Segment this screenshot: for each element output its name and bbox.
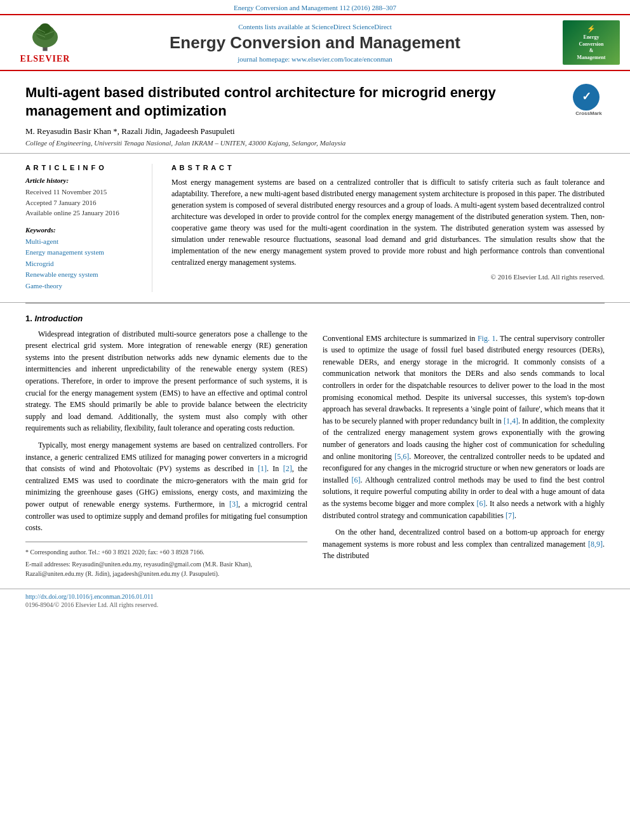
crossmark-badge[interactable]: ✓ CrossMark [573, 84, 605, 116]
keyword-5[interactable]: Game-theory [25, 281, 139, 292]
intro-paragraph-1: Widespread integration of distributed mu… [25, 328, 307, 434]
accepted-date: Accepted 7 January 2016 [25, 197, 139, 208]
elsevier-brand: ELSEVIER [20, 54, 70, 64]
right-column: Conventional EMS architecture is summari… [323, 314, 605, 578]
journal-logo-area: ⚡ EnergyConversion&Management [550, 20, 620, 65]
left-column: 1. Introduction Widespread integration o… [25, 314, 307, 578]
keyword-4[interactable]: Renewable energy system [25, 269, 139, 281]
corresponding-footnote: * Corresponding author. Tel.: +60 3 8921… [25, 547, 307, 557]
author-names: M. Reyasudin Basir Khan *, Razali Jidin,… [25, 126, 235, 136]
section-name: Introduction [34, 314, 83, 323]
journal-reference: Energy Conversion and Management 112 (20… [234, 4, 396, 11]
footnote-area: * Corresponding author. Tel.: +60 3 8921… [25, 542, 307, 578]
received-date: Received 11 November 2015 [25, 187, 139, 197]
journal-header-center: Contents lists available at ScienceDirec… [80, 23, 550, 63]
available-date: Available online 25 January 2016 [25, 208, 139, 218]
intro-paragraph-2: Typically, most energy management system… [25, 439, 307, 534]
doi-footer: http://dx.doi.org/10.1016/j.enconman.201… [0, 589, 630, 611]
doi-url[interactable]: http://dx.doi.org/10.1016/j.enconman.201… [25, 593, 605, 600]
keyword-1[interactable]: Multi-agent [25, 236, 139, 248]
journal-logo-box: ⚡ EnergyConversion&Management [563, 20, 620, 65]
article-info-title: A R T I C L E I N F O [25, 164, 139, 171]
issn-text: 0196-8904/© 2016 Elsevier Ltd. All right… [25, 601, 605, 608]
journal-reference-bar: Energy Conversion and Management 112 (20… [0, 0, 630, 14]
article-title-row: Multi-agent based distributed control ar… [25, 84, 605, 120]
crossmark-label: CrossMark [573, 110, 605, 117]
main-body: 1. Introduction Widespread integration o… [0, 303, 630, 589]
abstract-body: Most energy management systems are based… [171, 177, 605, 268]
article-history-label: Article history: [25, 177, 139, 184]
introduction-heading: 1. Introduction [25, 314, 307, 323]
right-col-para2: On the other hand, decentralized control… [323, 526, 605, 562]
keywords-label: Keywords: [25, 226, 139, 234]
affiliation-line: College of Engineering, Universiti Tenag… [25, 139, 605, 147]
elsevier-logo-area: ELSEVIER [10, 21, 80, 64]
svg-point-3 [39, 23, 51, 34]
article-title-text: Multi-agent based distributed control ar… [25, 84, 566, 120]
abstract-title: A B S T R A C T [171, 164, 605, 171]
sciencedirect-link[interactable]: ScienceDirect [352, 23, 392, 30]
copyright-notice: © 2016 Elsevier Ltd. All rights reserved… [171, 273, 605, 281]
info-abstract-section: A R T I C L E I N F O Article history: R… [0, 154, 630, 302]
article-title-section: Multi-agent based distributed control ar… [0, 71, 630, 154]
journal-homepage: journal homepage: www.elsevier.com/locat… [80, 55, 550, 63]
homepage-url[interactable]: www.elsevier.com/locate/enconman [292, 55, 392, 63]
authors-line: M. Reyasudin Basir Khan *, Razali Jidin,… [25, 126, 605, 137]
article-info-panel: A R T I C L E I N F O Article history: R… [25, 164, 152, 291]
keyword-2[interactable]: Energy management system [25, 247, 139, 258]
journal-header: ELSEVIER Contents lists available at Sci… [0, 14, 630, 71]
keyword-3[interactable]: Microgrid [25, 258, 139, 270]
abstract-panel: A B S T R A C T Most energy management s… [171, 164, 605, 291]
section-number: 1. [25, 314, 32, 323]
journal-title: Energy Conversion and Management [80, 33, 550, 53]
sciencedirect-text: Contents lists available at ScienceDirec… [80, 23, 550, 30]
right-col-continuation: Conventional EMS architecture is summari… [323, 333, 605, 522]
email-footnote: E-mail addresses: Reyasudin@uniten.edu.m… [25, 559, 307, 578]
